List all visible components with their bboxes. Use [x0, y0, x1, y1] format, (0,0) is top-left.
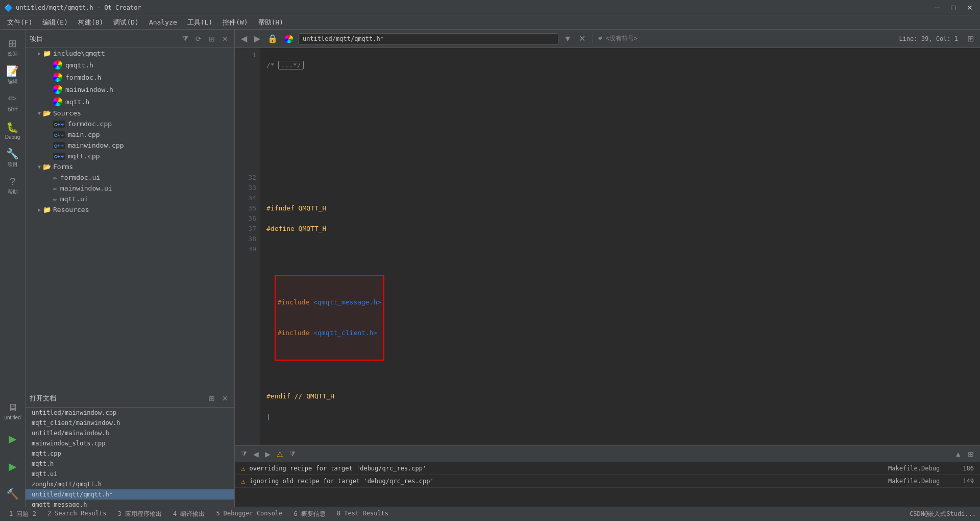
tree-item-formdoc-cpp[interactable]: c++ formdoc.cpp [26, 119, 234, 129]
tree-item-mainwindow-ui[interactable]: ✏ mainwindow.ui [26, 183, 234, 194]
status-tab-overview[interactable]: 6 概要信息 [288, 509, 330, 519]
menu-analyze[interactable]: Analyze [144, 16, 182, 28]
doc-item-7[interactable]: zonghx/mqtt/qmqtt.h [26, 479, 234, 489]
bottom-panel: ⧩ ◀ ▶ ⚠ ⧩ ▲ ⊞ ⚠ overriding recipe for ta… [235, 445, 980, 507]
tree-item-formdoc-h[interactable]: formdoc.h [26, 71, 234, 83]
tree-item-forms[interactable]: ▼ 📂 Forms [26, 161, 234, 172]
open-docs-split-btn[interactable]: ⊞ [207, 393, 217, 404]
file-path-dropdown[interactable]: ▼ [561, 33, 574, 44]
status-tab-issues[interactable]: 1 问题 2 [4, 509, 41, 519]
status-tab-test[interactable]: 8 Test Results [332, 509, 394, 519]
menu-file[interactable]: 文件(F) [2, 16, 37, 29]
editor-split-btn[interactable]: ⊞ [965, 33, 976, 44]
sidebar-design[interactable]: ✏ 设计 [2, 90, 24, 115]
tree-item-mqtt-cpp[interactable]: c++ mqtt.cpp [26, 151, 234, 161]
doc-item-0[interactable]: untitled/mainwindow.cpp [26, 408, 234, 418]
grid-icon: ⊞ [8, 37, 17, 50]
menu-edit[interactable]: 编辑(E) [37, 16, 72, 29]
ui-icon: ✏ [53, 174, 57, 181]
issues-prev-btn[interactable]: ◀ [251, 449, 261, 459]
doc-item-8[interactable]: untitled/mqtt/qmqtt.h* [26, 489, 234, 500]
sidebar-debug2[interactable]: ▶ [2, 454, 24, 479]
tree-item-include-qmqtt[interactable]: ▶ 📁 include\qmqtt [26, 48, 234, 59]
project-split-btn[interactable]: ⊞ [207, 34, 217, 44]
doc-item-3[interactable]: mainwindow_slots.cpp [26, 438, 234, 448]
nav-fwd-btn[interactable]: ▶ [252, 33, 262, 44]
arrow-icon: ▼ [38, 110, 41, 116]
folder-open-icon: 📂 [43, 109, 51, 117]
cpp-icon: c++ [53, 153, 65, 160]
rainbow-icon [53, 85, 62, 94]
tree-item-main-cpp[interactable]: c++ main.cpp [26, 129, 234, 140]
project-close-btn[interactable]: ✕ [220, 34, 230, 44]
doc-item-6[interactable]: mqtt.ui [26, 469, 234, 479]
window-title: untitled/mqtt/qmqtt.h - Qt Creator [16, 4, 932, 11]
sidebar-edit[interactable]: 📝 编辑 [2, 62, 24, 88]
tree-item-label: mqtt.h [65, 98, 89, 106]
menu-debug[interactable]: 调试(D) [108, 16, 143, 29]
run-icon: ▶ [9, 433, 16, 445]
tree-item-label: include\qmqtt [53, 50, 105, 57]
status-tab-search[interactable]: 2 Search Results [42, 509, 112, 519]
sidebar-run[interactable]: ▶ [2, 426, 24, 452]
doc-item-2[interactable]: untitled/mainwindow.h [26, 428, 234, 438]
sidebar-welcome[interactable]: ⊞ 欢迎 [2, 35, 24, 60]
tree-item-mqtt-ui[interactable]: ✏ mqtt.ui [26, 194, 234, 204]
menu-build[interactable]: 构建(B) [73, 16, 108, 29]
close-file-btn[interactable]: ✕ [577, 33, 587, 44]
sidebar-debug[interactable]: 🐛 Debug [2, 117, 24, 143]
ui-icon: ✏ [53, 184, 57, 192]
open-docs-panel: 打开文档 ⊞ ✕ untitled/mainwindow.cpp mqtt_cl… [26, 389, 234, 507]
rainbow-btn[interactable] [283, 33, 295, 44]
file-path-display[interactable]: untitled/mqtt/qmqtt.h* [298, 33, 558, 44]
status-tab-compile[interactable]: 4 编译输出 [168, 509, 210, 519]
issues-filter-btn[interactable]: ⧩ [239, 448, 249, 459]
tree-item-sources[interactable]: ▼ 📂 Sources [26, 108, 234, 119]
tree-item-label: main.cpp [68, 131, 100, 138]
tree-item-mainwindow-cpp[interactable]: c++ mainwindow.cpp [26, 140, 234, 151]
doc-item-4[interactable]: mqtt.cpp [26, 448, 234, 459]
tree-item-mainwindow-h[interactable]: mainwindow.h [26, 83, 234, 96]
doc-item-9[interactable]: qmqtt_message.h [26, 500, 234, 507]
status-tab-debugger[interactable]: 5 Debugger Console [211, 509, 287, 519]
tree-item-resources[interactable]: ▶ 📁 Resources [26, 204, 234, 215]
doc-item-1[interactable]: mqtt_client/mainwindow.h [26, 418, 234, 428]
menu-tools[interactable]: 工具(L) [182, 16, 217, 29]
sidebar-build[interactable]: 🔨 [2, 481, 24, 507]
arrow-icon: ▶ [38, 51, 41, 56]
sidebar-project[interactable]: 🔧 项目 [2, 145, 24, 171]
minimize-button[interactable]: ─ [932, 3, 943, 13]
code-content[interactable]: /* ...*/ #ifndef QMQTT_H #define QMQTT_H… [260, 48, 980, 445]
editor-area: ◀ ▶ 🔒 untitled/mqtt/qmqtt.h* ▼ ✕ # <没有符号… [235, 30, 980, 507]
lock-btn[interactable]: 🔒 [265, 33, 280, 44]
issue-row-0[interactable]: ⚠ overriding recipe for target 'debug/qr… [235, 462, 980, 475]
project-filter-btn[interactable]: ⧩ [180, 33, 190, 44]
menu-controls[interactable]: 控件(W) [217, 16, 253, 29]
tree-item-formdoc-ui[interactable]: ✏ formdoc.ui [26, 172, 234, 183]
sidebar-help[interactable]: ? 帮助 [2, 173, 24, 198]
sidebar-session[interactable]: 🖥 untitled [2, 398, 24, 424]
issues-warning-btn[interactable]: ⚠ [275, 449, 285, 459]
tree-item-mqtt-h[interactable]: mqtt.h [26, 96, 234, 108]
maximize-button[interactable]: □ [948, 3, 959, 13]
open-docs-header: 打开文档 ⊞ ✕ [26, 389, 234, 408]
menu-help[interactable]: 帮助(H) [253, 16, 288, 29]
nav-back-btn[interactable]: ◀ [239, 33, 249, 44]
bottom-panel-expand-btn[interactable]: ⊞ [966, 449, 976, 459]
bottom-tabs: ⧩ ◀ ▶ ⚠ ⧩ ▲ ⊞ [235, 446, 980, 462]
tree-item-qmqtt-h[interactable]: qmqtt.h [26, 59, 234, 71]
issue-row-1[interactable]: ⚠ ignoring old recipe for target 'debug/… [235, 475, 980, 488]
build-icon: 🔨 [6, 488, 19, 500]
issue-text-0: overriding recipe for target 'debug/qrc_… [249, 465, 884, 472]
issues-next-btn[interactable]: ▶ [263, 449, 273, 459]
bottom-panel-up-btn[interactable]: ▲ [952, 449, 964, 459]
open-docs-close-btn[interactable]: ✕ [220, 393, 230, 404]
tree-item-label: formdoc.h [65, 74, 101, 81]
close-button[interactable]: ✕ [964, 3, 976, 13]
status-right-text: CSDN@嵌入式Studi... [910, 510, 976, 518]
doc-item-5[interactable]: mqtt.h [26, 459, 234, 469]
issues-options-btn[interactable]: ⧩ [287, 448, 298, 459]
tree-item-label: Forms [53, 163, 73, 171]
project-sync-btn[interactable]: ⟳ [193, 34, 204, 44]
status-tab-appout[interactable]: 3 应用程序输出 [113, 509, 167, 519]
